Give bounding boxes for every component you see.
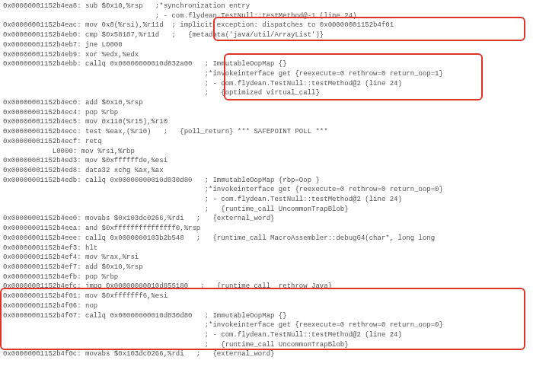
asm-line-8: ; - com.flydean.TestNull::testMethod@2 (… (3, 79, 530, 89)
asm-line-22: 0x00000001152b4ee0: movabs $0x103dc0266,… (3, 214, 530, 224)
asm-line-36: 0x00000001152b4f0c: movabs $0x103dc0266,… (3, 349, 530, 359)
asm-line-7: ;*invokeinterface get {reexecute=0 rethr… (3, 69, 530, 79)
asm-line-9: ; {optimized virtual_call} (3, 88, 530, 98)
asm-line-33: ;*invokeinterface get {reexecute=0 rethr… (3, 320, 530, 330)
asm-line-26: 0x00000001152b4ef4: mov %rax,%rsi (3, 253, 530, 263)
asm-line-14: 0x00000001152b4ecf: retq (3, 137, 530, 147)
asm-line-12: 0x00000001152b4ec5: mov 0x110(%r15),%r10 (3, 117, 530, 127)
asm-line-16: 0x00000001152b4ed3: mov $0xffffffde,%esi (3, 156, 530, 166)
asm-line-29: 0x00000001152b4efc: jmpq 0x00000000010d8… (3, 282, 530, 292)
asm-line-1: ; - com.flydean.TestNull::testMethod@-1 … (3, 11, 530, 21)
asm-line-11: 0x00000001152b4ec4: pop %rbp (3, 108, 530, 118)
asm-line-19: ;*invokeinterface get {reexecute=0 rethr… (3, 185, 530, 195)
disassembly-listing: 0x00000001152b4ea8: sub $0x10,%rsp ;*syn… (0, 0, 533, 392)
asm-line-3: 0x00000001152b4eb0: cmp $0x58187,%r11d ;… (3, 30, 530, 40)
asm-line-18: 0x00000001152b4edb: callq 0x00000000010d… (3, 176, 530, 186)
asm-line-30: 0x00000001152b4f01: mov $0xfffffff6,%esi (3, 292, 530, 301)
asm-line-4: 0x00000001152b4eb7: jne L0000 (3, 40, 530, 50)
asm-line-17: 0x00000001152b4ed8: data32 xchg %ax,%ax (3, 166, 530, 176)
asm-line-24: 0x00000001152b4eee: callq 0x0000000103b2… (3, 234, 530, 244)
asm-line-23: 0x00000001152b4eea: and $0xfffffffffffff… (3, 224, 530, 234)
asm-line-35: ; {runtime_call UncommonTrapBlob} (3, 340, 530, 350)
asm-line-6: 0x00000001152b4ebb: callq 0x00000000010d… (3, 59, 530, 69)
asm-line-2: 0x00000001152b4eac: mov 0x8(%rsi),%r11d … (3, 21, 530, 30)
asm-line-20: ; - com.flydean.TestNull::testMethod@2 (… (3, 195, 530, 205)
asm-line-25: 0x00000001152b4ef3: hlt (3, 244, 530, 253)
asm-line-28: 0x00000001152b4efb: pop %rbp (3, 272, 530, 282)
asm-line-10: 0x00000001152b4ec0: add $0x10,%rsp (3, 98, 530, 108)
asm-line-13: 0x00000001152b4ecc: test %eax,(%r10) ; {… (3, 127, 530, 137)
asm-line-31: 0x00000001152b4f06: nop (3, 301, 530, 311)
asm-line-21: ; {runtime_call UncommonTrapBlob} (3, 205, 530, 215)
asm-line-34: ; - com.flydean.TestNull::testMethod@2 (… (3, 330, 530, 340)
asm-line-15: L0000: mov %rsi,%rbp (3, 147, 530, 157)
asm-line-27: 0x00000001152b4ef7: add $0x10,%rsp (3, 263, 530, 272)
asm-line-5: 0x00000001152b4eb9: xor %edx,%edx (3, 50, 530, 60)
asm-line-0: 0x00000001152b4ea8: sub $0x10,%rsp ;*syn… (3, 2, 530, 11)
asm-line-32: 0x00000001152b4f07: callq 0x00000000010d… (3, 311, 530, 321)
